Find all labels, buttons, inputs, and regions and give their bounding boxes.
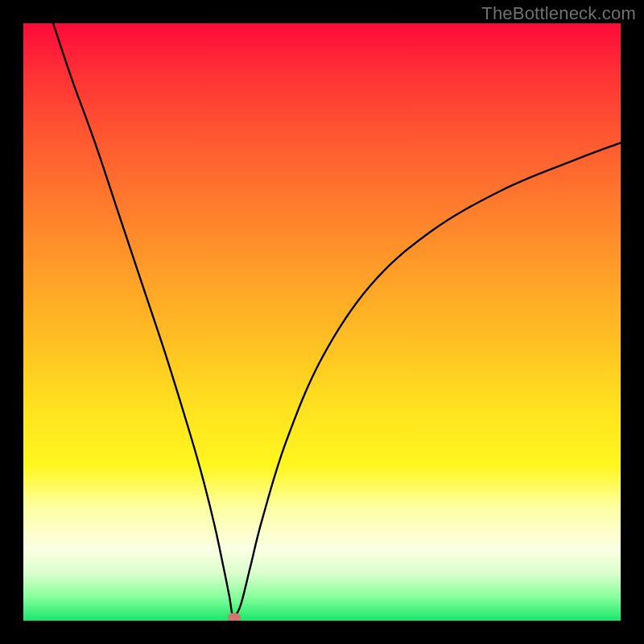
watermark-text: TheBottleneck.com <box>481 3 636 24</box>
chart-frame: TheBottleneck.com <box>0 0 644 644</box>
plot-area <box>23 23 621 621</box>
bottleneck-curve <box>23 23 621 621</box>
minimum-marker <box>228 613 241 621</box>
